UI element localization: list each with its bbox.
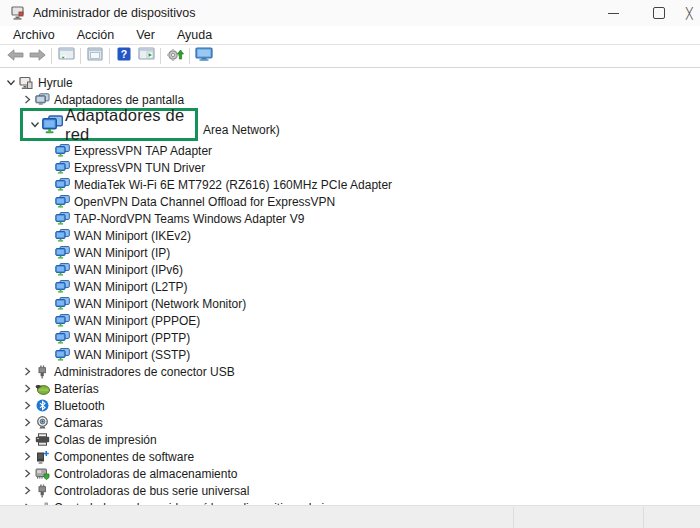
tree-item-label: WAN Miniport (PPTP) bbox=[74, 331, 190, 345]
chevron-right-icon[interactable] bbox=[20, 95, 34, 104]
network-adapter-icon bbox=[54, 246, 70, 259]
tree-item-bluetooth[interactable]: Bluetooth bbox=[0, 397, 700, 414]
bottom-bar-divider bbox=[513, 507, 514, 528]
software-component-icon bbox=[34, 450, 50, 464]
tree-item-label: WAN Miniport (IP) bbox=[74, 246, 170, 260]
storage-controller-icon bbox=[34, 467, 50, 480]
action-pane-button[interactable] bbox=[135, 46, 157, 66]
tree-item-camaras[interactable]: Cámaras bbox=[0, 414, 700, 431]
menu-ver[interactable]: Ver bbox=[125, 27, 166, 43]
device-tree: HyruleAdaptadores de pantallaAdaptadores… bbox=[0, 74, 700, 506]
tree-item-wan-miniport-pppoe[interactable]: WAN Miniport (PPPOE) bbox=[0, 312, 700, 329]
toolbar-separator bbox=[189, 48, 190, 64]
menu-ayuda[interactable]: Ayuda bbox=[166, 27, 223, 43]
printer-icon bbox=[34, 433, 50, 446]
tree-item-controladoras-de-almacenamiento[interactable]: Controladoras de almacenamiento bbox=[0, 465, 700, 482]
tree-item-wan-miniport-pptp[interactable]: WAN Miniport (PPTP) bbox=[0, 329, 700, 346]
bluetooth-icon bbox=[34, 399, 50, 412]
network-adapter-icon bbox=[54, 161, 70, 174]
tree-item-colas-de-impresion[interactable]: Colas de impresión bbox=[0, 431, 700, 448]
chevron-right-icon[interactable] bbox=[20, 418, 34, 427]
tree-item-label: WAN Miniport (IKEv2) bbox=[74, 229, 191, 243]
tree-item-label: Administradores de conector USB bbox=[54, 365, 235, 379]
tree-item-label: Baterías bbox=[54, 382, 99, 396]
chevron-right-icon[interactable] bbox=[20, 469, 34, 478]
forward-arrow-icon bbox=[29, 47, 46, 65]
tree-item-expressvpn-tun-driver[interactable]: ExpressVPN TUN Driver bbox=[0, 159, 700, 176]
tree-item-label: Adaptadores de pantalla bbox=[54, 93, 184, 107]
network-adapter-icon bbox=[54, 263, 70, 276]
action-pane-icon bbox=[138, 47, 155, 65]
chevron-right-icon[interactable] bbox=[20, 384, 34, 393]
tree-item-wan-miniport-l2tp[interactable]: WAN Miniport (L2TP) bbox=[0, 278, 700, 295]
tree-item-label: Controladoras de almacenamiento bbox=[54, 467, 237, 481]
tree-item-tap-nordvpn-teams-windows-adapter-v9[interactable]: TAP-NordVPN Teams Windows Adapter V9 bbox=[0, 210, 700, 227]
tree-item-adaptadores-de-red-highlighted[interactable]: Adaptadores de red bbox=[20, 108, 198, 141]
network-adapter-icon bbox=[42, 115, 64, 134]
network-adapter-icon bbox=[54, 280, 70, 293]
network-adapter-icon bbox=[54, 144, 70, 157]
tree-item-componentes-de-software[interactable]: Componentes de software bbox=[0, 448, 700, 465]
chevron-right-icon[interactable] bbox=[20, 401, 34, 410]
network-adapter-icon bbox=[54, 331, 70, 344]
tree-item-wan-miniport-sstp[interactable]: WAN Miniport (SSTP) bbox=[0, 346, 700, 363]
tree-item-label: Hyrule bbox=[38, 76, 73, 90]
scan-hardware-button[interactable] bbox=[193, 46, 215, 66]
console-tree-button[interactable] bbox=[55, 46, 77, 66]
tree-item-label: WAN Miniport (SSTP) bbox=[74, 348, 190, 362]
chevron-down-icon[interactable] bbox=[28, 120, 42, 129]
tree-item-wan-miniport-ipv6[interactable]: WAN Miniport (IPv6) bbox=[0, 261, 700, 278]
tree-item-label: Colas de impresión bbox=[54, 433, 157, 447]
close-button[interactable]: ╳ bbox=[682, 0, 700, 26]
tree-item-expressvpn-tap-adapter[interactable]: ExpressVPN TAP Adapter bbox=[0, 142, 700, 159]
toolbar: ? bbox=[0, 45, 700, 68]
network-adapter-icon bbox=[54, 229, 70, 242]
scan-hardware-icon bbox=[195, 47, 214, 65]
tree-item-label: Bluetooth bbox=[54, 399, 105, 413]
help-button[interactable]: ? bbox=[113, 46, 135, 66]
tree-item-label: ExpressVPN TAP Adapter bbox=[74, 144, 212, 158]
tree-item-label: Cámaras bbox=[54, 416, 103, 430]
tree-item-wan-miniport-ikev2[interactable]: WAN Miniport (IKEv2) bbox=[0, 227, 700, 244]
forward-arrow-button[interactable] bbox=[26, 46, 48, 66]
chevron-right-icon[interactable] bbox=[20, 435, 34, 444]
tree-item-hyrule[interactable]: Hyrule bbox=[0, 74, 700, 91]
tree-item-wan-miniport-ip[interactable]: WAN Miniport (IP) bbox=[0, 244, 700, 261]
tree-item-openvpn-data-channel-offload-for-express[interactable]: OpenVPN Data Channel Offload for Express… bbox=[0, 193, 700, 210]
tree-item-label: Controladoras de bus serie universal bbox=[54, 484, 249, 498]
toolbar-separator bbox=[51, 48, 52, 64]
svg-text:?: ? bbox=[121, 48, 127, 60]
back-arrow-button[interactable] bbox=[4, 46, 26, 66]
tree-item-baterias[interactable]: Baterías bbox=[0, 380, 700, 397]
bottom-bar bbox=[0, 505, 700, 528]
chevron-right-icon[interactable] bbox=[20, 452, 34, 461]
tree-item-label: MediaTek Wi-Fi 6E MT7922 (RZ616) 160MHz … bbox=[74, 178, 392, 192]
tree-item-label: WAN Miniport (L2TP) bbox=[74, 280, 188, 294]
update-driver-button[interactable] bbox=[164, 46, 186, 66]
usb-icon bbox=[34, 484, 50, 498]
tree-item-administradores-de-conector-usb[interactable]: Administradores de conector USB bbox=[0, 363, 700, 380]
network-adapter-icon bbox=[54, 195, 70, 208]
menu-accion[interactable]: Acción bbox=[66, 27, 126, 43]
computer-icon bbox=[18, 76, 34, 90]
chevron-right-icon[interactable] bbox=[20, 367, 34, 376]
tree-item-wan-miniport-network-monitor[interactable]: WAN Miniport (Network Monitor) bbox=[0, 295, 700, 312]
tree-item-mediatek-wi-fi-6e-mt7922-rz616-160mhz-pc[interactable]: MediaTek Wi-Fi 6E MT7922 (RZ616) 160MHz … bbox=[0, 176, 700, 193]
properties-button[interactable] bbox=[84, 46, 106, 66]
chevron-right-icon[interactable] bbox=[20, 486, 34, 495]
properties-icon bbox=[87, 47, 103, 65]
device-manager-icon bbox=[10, 6, 25, 20]
toolbar-separator bbox=[160, 48, 161, 64]
maximize-button[interactable] bbox=[636, 0, 682, 26]
title-bar: Administrador de dispositivos ╳ bbox=[0, 0, 700, 26]
help-icon: ? bbox=[117, 47, 131, 65]
partially-hidden-tree-item-text: Area Network) bbox=[203, 123, 280, 137]
network-adapter-icon bbox=[54, 297, 70, 310]
menu-archivo[interactable]: Archivo bbox=[2, 27, 66, 43]
window-title: Administrador de dispositivos bbox=[33, 6, 196, 20]
tree-item-controladoras-de-bus-serie-universal[interactable]: Controladoras de bus serie universal bbox=[0, 482, 700, 499]
network-adapter-icon bbox=[54, 178, 70, 191]
chevron-down-icon[interactable] bbox=[4, 78, 18, 87]
minimize-button[interactable] bbox=[590, 0, 636, 26]
tree-item-label: Adaptadores de red bbox=[65, 106, 195, 144]
